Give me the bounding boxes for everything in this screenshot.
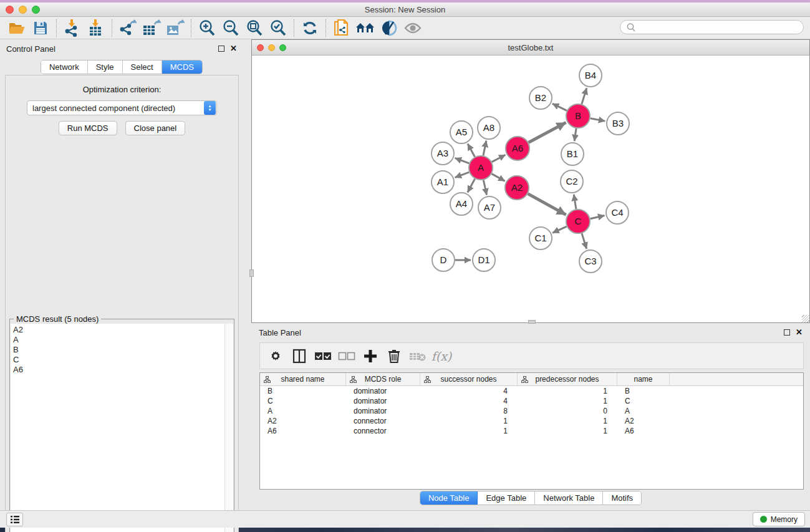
cell-name[interactable]: B bbox=[617, 387, 670, 395]
cell-MCDS-role[interactable]: dominator bbox=[346, 387, 420, 395]
tab-node-table[interactable]: Node Table bbox=[420, 491, 478, 505]
cell-shared-name[interactable]: C bbox=[260, 397, 346, 405]
table-row[interactable]: Bdominator41B bbox=[260, 386, 803, 396]
edge-A2-C[interactable] bbox=[528, 194, 566, 215]
edge-A-A7[interactable] bbox=[483, 180, 486, 195]
save-session-icon[interactable] bbox=[29, 18, 52, 38]
column-header-name[interactable]: name bbox=[617, 373, 670, 385]
cell-shared-name[interactable]: A6 bbox=[260, 427, 346, 435]
edge-A-A1[interactable] bbox=[455, 172, 470, 178]
tab-motifs[interactable]: Motifs bbox=[603, 491, 641, 505]
export-table-icon[interactable] bbox=[140, 18, 163, 38]
result-scrollbar[interactable] bbox=[224, 324, 233, 532]
cell-name[interactable]: A6 bbox=[617, 427, 670, 435]
column-header-successor-nodes[interactable]: successor nodes bbox=[420, 373, 518, 385]
edge-A-A6[interactable] bbox=[492, 155, 506, 162]
gear-icon[interactable] bbox=[265, 346, 286, 367]
float-panel-icon[interactable] bbox=[218, 46, 224, 52]
result-item[interactable]: A bbox=[13, 335, 222, 345]
node-table[interactable]: shared nameMCDS rolesuccessor nodesprede… bbox=[259, 372, 804, 490]
cell-predecessor-nodes[interactable]: 0 bbox=[518, 407, 617, 415]
mcds-result-list[interactable]: A2ABCA6 bbox=[11, 324, 233, 532]
select-all-icon[interactable] bbox=[312, 346, 334, 367]
column-header-predecessor-nodes[interactable]: predecessor nodes bbox=[518, 373, 617, 385]
cell-name[interactable]: C bbox=[617, 397, 670, 405]
cell-MCDS-role[interactable]: connector bbox=[346, 427, 420, 435]
result-item[interactable]: A6 bbox=[13, 365, 222, 375]
float-table-panel-icon[interactable] bbox=[784, 329, 790, 336]
cell-predecessor-nodes[interactable]: 1 bbox=[518, 427, 617, 435]
tab-network[interactable]: Network bbox=[41, 60, 88, 74]
column-header-MCDS-role[interactable]: MCDS role bbox=[346, 373, 420, 385]
run-mcds-button[interactable]: Run MCDS bbox=[59, 121, 117, 135]
window-resize-grip[interactable] bbox=[802, 315, 809, 322]
table-row[interactable]: Adominator80A bbox=[260, 406, 803, 416]
tab-network-table[interactable]: Network Table bbox=[535, 491, 603, 505]
tab-style[interactable]: Style bbox=[88, 60, 123, 74]
cell-successor-nodes[interactable]: 1 bbox=[420, 417, 518, 425]
result-item[interactable]: A2 bbox=[13, 325, 222, 335]
open-session-icon[interactable] bbox=[5, 18, 29, 38]
cell-MCDS-role[interactable]: connector bbox=[346, 417, 420, 425]
criterion-dropdown[interactable]: largest connected component (directed) ▲… bbox=[27, 100, 217, 115]
memory-button[interactable]: Memory bbox=[753, 512, 805, 526]
edge-A-A5[interactable] bbox=[468, 143, 475, 157]
zoom-out-icon[interactable] bbox=[219, 18, 243, 38]
edge-C-C4[interactable] bbox=[591, 216, 605, 219]
column-icon[interactable] bbox=[289, 346, 310, 367]
close-panel-icon[interactable]: ✕ bbox=[230, 46, 237, 52]
edge-C-C1[interactable] bbox=[552, 226, 567, 233]
edge-C-C3[interactable] bbox=[582, 233, 587, 249]
edge-A-A3[interactable] bbox=[455, 158, 470, 163]
cell-shared-name[interactable]: A bbox=[260, 407, 346, 415]
cell-shared-name[interactable]: B bbox=[260, 387, 346, 395]
cell-predecessor-nodes[interactable]: 1 bbox=[518, 397, 617, 405]
cell-name[interactable]: A2 bbox=[617, 417, 670, 425]
import-network-icon[interactable] bbox=[60, 18, 84, 38]
zoom-in-icon[interactable] bbox=[195, 18, 219, 38]
edge-A-A2[interactable] bbox=[492, 174, 505, 181]
zoom-selected-icon[interactable] bbox=[266, 18, 290, 38]
table-row[interactable]: Cdominator41C bbox=[260, 396, 803, 406]
edge-A6-B[interactable] bbox=[529, 122, 566, 142]
add-icon[interactable] bbox=[360, 346, 381, 367]
edge-A-A4[interactable] bbox=[468, 179, 475, 193]
result-item[interactable]: B bbox=[13, 345, 222, 355]
refresh-layout-icon[interactable] bbox=[298, 18, 322, 38]
cell-MCDS-role[interactable]: dominator bbox=[346, 397, 420, 405]
search-input[interactable] bbox=[639, 23, 803, 32]
eye-icon[interactable] bbox=[401, 18, 425, 38]
zoom-fit-icon[interactable] bbox=[243, 18, 266, 38]
home-panels-icon[interactable] bbox=[354, 18, 377, 38]
edge-B-B3[interactable] bbox=[591, 118, 605, 121]
canvas-vscroll-thumb[interactable] bbox=[249, 269, 254, 277]
toggle-graphics-icon[interactable] bbox=[377, 18, 401, 38]
cell-successor-nodes[interactable]: 4 bbox=[420, 397, 518, 405]
search-field[interactable] bbox=[620, 20, 804, 34]
edge-A-A8[interactable] bbox=[483, 141, 486, 156]
cell-predecessor-nodes[interactable]: 1 bbox=[518, 417, 617, 425]
cell-predecessor-nodes[interactable]: 1 bbox=[518, 387, 617, 395]
cell-successor-nodes[interactable]: 4 bbox=[420, 387, 518, 395]
import-table-icon[interactable] bbox=[84, 18, 108, 38]
delete-icon[interactable] bbox=[383, 346, 405, 367]
cell-name[interactable]: A bbox=[617, 407, 670, 415]
cell-successor-nodes[interactable]: 1 bbox=[420, 427, 518, 435]
network-document-icon[interactable] bbox=[330, 18, 354, 38]
export-network-icon[interactable] bbox=[116, 18, 140, 38]
edge-B-B1[interactable] bbox=[574, 128, 576, 141]
cell-MCDS-role[interactable]: dominator bbox=[346, 407, 420, 415]
canvas-hscroll-thumb[interactable] bbox=[528, 320, 536, 324]
table-row[interactable]: A6connector11A6 bbox=[260, 426, 803, 436]
edge-C-C2[interactable] bbox=[574, 195, 576, 209]
export-image-icon[interactable] bbox=[163, 18, 187, 38]
table-row[interactable]: A2connector11A2 bbox=[260, 416, 803, 426]
tab-select[interactable]: Select bbox=[123, 60, 162, 74]
tab-mcds[interactable]: MCDS bbox=[162, 60, 202, 74]
network-canvas[interactable]: B4B2BB3A8A5A6A3B1AC2A1A2A4A7C4CC1C3DD1 bbox=[252, 56, 809, 322]
deselect-all-icon[interactable] bbox=[336, 346, 357, 367]
close-panel-button[interactable]: Close panel bbox=[125, 121, 186, 135]
edge-B-B4[interactable] bbox=[582, 88, 587, 104]
task-history-button[interactable] bbox=[6, 513, 23, 526]
column-header-shared-name[interactable]: shared name bbox=[260, 373, 346, 385]
